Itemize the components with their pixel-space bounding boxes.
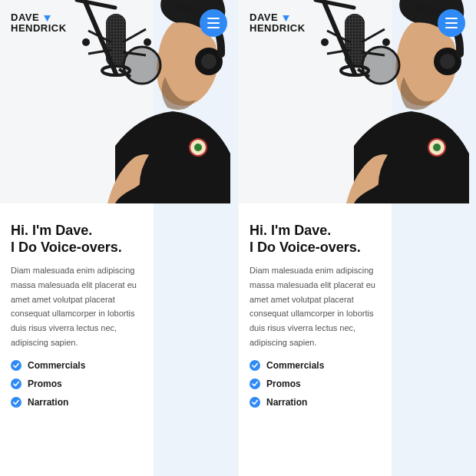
logo-line2: HENDRICK <box>11 22 67 34</box>
list-item: Narration <box>250 397 380 408</box>
hamburger-icon <box>207 18 220 19</box>
feature-label: Promos <box>266 378 301 389</box>
hero-content: Hi. I'm Dave. I Do Voice-overs. Diam mal… <box>250 223 380 408</box>
svg-point-25 <box>440 54 455 69</box>
list-item: Promos <box>250 378 380 389</box>
list-item: Commercials <box>11 360 141 371</box>
check-circle-icon <box>11 378 21 389</box>
hero-content: Hi. I'm Dave. I Do Voice-overs. Diam mal… <box>11 223 141 408</box>
svg-point-37 <box>321 38 329 46</box>
check-circle-icon <box>250 397 260 408</box>
preview-panel: DAVE HENDRICK Hi. I'm Dave. I Do Voice-o… <box>238 0 476 476</box>
hero-heading: Hi. I'm Dave. I Do Voice-overs. <box>250 223 380 256</box>
site-logo[interactable]: DAVE HENDRICK <box>250 12 306 34</box>
list-item: Promos <box>11 378 141 389</box>
menu-button[interactable] <box>438 9 465 37</box>
check-circle-icon <box>11 360 21 371</box>
menu-button[interactable] <box>200 9 227 37</box>
logo-line1: DAVE <box>11 12 39 23</box>
svg-point-3 <box>201 54 217 69</box>
svg-point-27 <box>433 144 441 151</box>
logo-line2: HENDRICK <box>250 22 306 34</box>
svg-point-38 <box>382 38 390 46</box>
feature-label: Narration <box>266 397 307 408</box>
svg-point-15 <box>82 38 90 46</box>
svg-point-5 <box>194 144 202 151</box>
svg-point-16 <box>144 38 151 46</box>
preview-panel: DAVE HENDRICK Hi. I'm Dave. I Do Voice-o… <box>0 0 238 476</box>
hero-body-text: Diam malesuada enim adipiscing massa mal… <box>11 263 141 349</box>
hero-body-text: Diam malesuada enim adipiscing massa mal… <box>250 263 380 349</box>
feature-list: Commercials Promos Narration <box>250 360 380 408</box>
check-circle-icon <box>250 378 260 389</box>
check-circle-icon <box>250 360 260 371</box>
triangle-down-icon <box>44 13 51 24</box>
site-logo[interactable]: DAVE HENDRICK <box>11 12 67 34</box>
list-item: Commercials <box>250 360 380 371</box>
feature-label: Commercials <box>266 360 324 371</box>
check-circle-icon <box>11 397 21 408</box>
list-item: Narration <box>11 397 141 408</box>
triangle-down-icon <box>283 13 289 24</box>
hero-heading: Hi. I'm Dave. I Do Voice-overs. <box>11 223 141 256</box>
hamburger-icon <box>445 18 458 19</box>
feature-label: Promos <box>28 378 62 389</box>
feature-label: Commercials <box>28 360 85 371</box>
feature-list: Commercials Promos Narration <box>11 360 141 408</box>
logo-line1: DAVE <box>250 12 278 23</box>
feature-label: Narration <box>28 397 68 408</box>
